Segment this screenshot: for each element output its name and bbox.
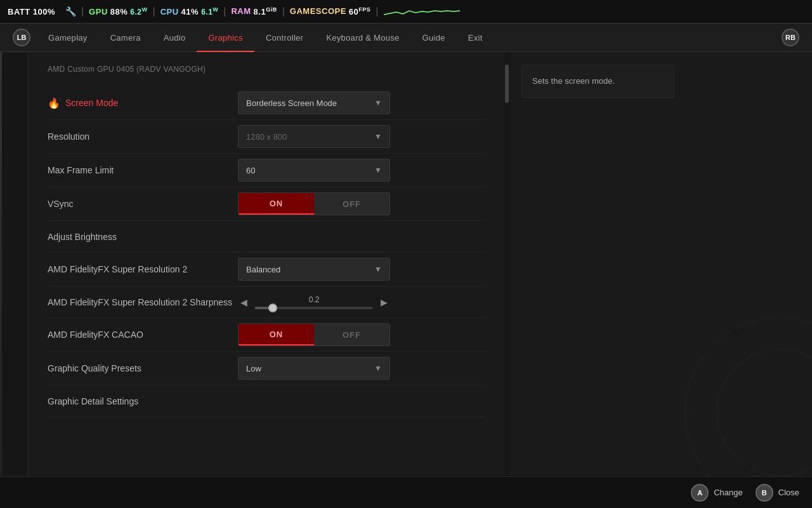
- setting-cacao: AMD FidelityFX CACAO ON OFF: [48, 318, 485, 352]
- cacao-on-button[interactable]: ON: [239, 324, 314, 345]
- divider-3: |: [153, 6, 155, 17]
- nav-gameplay[interactable]: Gameplay: [37, 23, 99, 52]
- fps-graph: [384, 6, 460, 17]
- ram-label: RAM: [231, 6, 251, 16]
- setting-fsr2-sharpness: AMD FidelityFX Super Resolution 2 Sharpn…: [48, 286, 485, 318]
- cacao-label: AMD FidelityFX CACAO: [48, 330, 238, 340]
- close-button[interactable]: B Close: [756, 484, 799, 502]
- vsync-on-button[interactable]: ON: [239, 193, 314, 215]
- fsr2-dropdown[interactable]: Balanced ▼: [238, 258, 390, 281]
- divider-5: |: [282, 6, 285, 17]
- nav-audio[interactable]: Audio: [152, 23, 197, 52]
- nav-bar: LB Gameplay Camera Audio Graphics Contro…: [0, 23, 812, 52]
- scroll-thumb[interactable]: [505, 65, 509, 103]
- close-label: Close: [778, 488, 799, 497]
- cpu-watts: 6.1W: [201, 6, 218, 17]
- nav-camera[interactable]: Camera: [99, 23, 152, 52]
- chevron-down-icon: ▼: [374, 98, 382, 107]
- divider-6: |: [376, 6, 378, 17]
- nav-graphics[interactable]: Graphics: [197, 23, 254, 52]
- gamescope-indicator: GAMESCOPE 60FPS: [290, 6, 371, 17]
- cpu-percent: 41%: [181, 7, 199, 17]
- chevron-down-icon: ▼: [374, 364, 382, 373]
- hud-bar: BATT 100% 🔧 | GPU 88% 6.2W | CPU 41% 6.1…: [0, 0, 812, 23]
- screen-mode-label: 🔥 Screen Mode: [48, 97, 238, 109]
- fsr2-label: AMD FidelityFX Super Resolution 2: [48, 264, 238, 274]
- nav-keyboard-mouse[interactable]: Keyboard & Mouse: [315, 23, 410, 52]
- setting-vsync: VSync ON OFF: [48, 187, 485, 221]
- info-box: Sets the screen mode.: [522, 65, 674, 98]
- info-text: Sets the screen mode.: [532, 76, 615, 86]
- wrench-icon: 🔧: [65, 6, 76, 17]
- slider-container: ◀ 0.2 ▶: [238, 295, 390, 310]
- setting-resolution: Resolution 812 x 508 ▼: [48, 120, 485, 154]
- fps-value: 60FPS: [349, 6, 370, 17]
- setting-screen-mode: 🔥 Screen Mode Borderless Screen Mode ▼: [48, 86, 485, 120]
- vsync-control: ON OFF: [238, 192, 485, 215]
- vsync-off-button[interactable]: OFF: [314, 193, 390, 215]
- setting-brightness: Adjust Brightness: [48, 221, 485, 253]
- slider-thumb[interactable]: [268, 304, 277, 312]
- resolution-label: Resolution: [48, 131, 238, 142]
- bottom-bar: A Change B Close: [0, 476, 812, 508]
- nav-items: Gameplay Camera Audio Graphics Controlle…: [37, 23, 782, 52]
- fsr2-control: Balanced ▼: [238, 258, 485, 281]
- nav-right-button[interactable]: RB: [782, 29, 799, 46]
- divider-4: |: [223, 6, 226, 17]
- b-button-icon: B: [756, 484, 773, 502]
- quality-presets-control: Low ▼: [238, 357, 485, 380]
- slider-value: 0.2: [255, 295, 373, 304]
- gpu-percent: 88%: [110, 7, 128, 17]
- gpu-label: AMD Custom GPU 0405 (RADV VANGOGH): [48, 65, 485, 74]
- chevron-down-icon: ▼: [374, 265, 382, 274]
- resolution-control: 812 x 508 ▼: [238, 125, 485, 148]
- main-content: AMD Custom GPU 0405 (RADV VANGOGH) 🔥 Scr…: [0, 52, 812, 476]
- max-frame-dropdown[interactable]: 60 ▼: [238, 159, 390, 182]
- gpu-indicator: GPU 88% 6.2W: [89, 6, 147, 17]
- cpu-indicator: CPU 41% 6.1W: [160, 6, 219, 17]
- ram-indicator: RAM 8.1GiB: [231, 6, 277, 17]
- resolution-dropdown: 812 x 508 ▼: [238, 125, 390, 148]
- fsr2-sharpness-label: AMD FidelityFX Super Resolution 2 Sharpn…: [48, 297, 238, 307]
- slider-inner: 0.2: [255, 295, 373, 309]
- setting-quality-presets: Graphic Quality Presets Low ▼: [48, 352, 485, 385]
- screen-mode-dropdown[interactable]: Borderless Screen Mode ▼: [238, 91, 390, 114]
- nav-exit[interactable]: Exit: [457, 23, 494, 52]
- nav-guide[interactable]: Guide: [411, 23, 457, 52]
- cacao-off-button[interactable]: OFF: [314, 324, 390, 345]
- max-frame-control: 60 ▼: [238, 159, 485, 182]
- change-label: Change: [714, 488, 743, 497]
- strip-accent: [0, 52, 2, 476]
- slider-track[interactable]: [255, 307, 373, 309]
- settings-panel: AMD Custom GPU 0405 (RADV VANGOGH) 🔥 Scr…: [29, 52, 504, 476]
- cpu-label: CPU: [160, 7, 179, 17]
- right-panel: Sets the screen mode.: [509, 52, 687, 476]
- a-button-icon: A: [691, 484, 709, 502]
- brightness-label: Adjust Brightness: [48, 232, 238, 242]
- max-frame-label: Max Frame Limit: [48, 165, 238, 175]
- cacao-toggle[interactable]: ON OFF: [238, 323, 390, 346]
- nav-controller[interactable]: Controller: [254, 23, 315, 52]
- vsync-toggle[interactable]: ON OFF: [238, 192, 390, 215]
- slider-left-arrow[interactable]: ◀: [238, 295, 250, 310]
- gpu-watts: 6.2W: [130, 6, 147, 17]
- nav-left-button[interactable]: LB: [13, 29, 30, 46]
- cacao-control: ON OFF: [238, 323, 485, 346]
- gpu-label: GPU: [89, 7, 108, 17]
- screen-mode-control: Borderless Screen Mode ▼: [238, 91, 485, 114]
- batt-label: BATT: [8, 7, 30, 17]
- quality-presets-dropdown[interactable]: Low ▼: [238, 357, 390, 380]
- fsr2-sharpness-control: ◀ 0.2 ▶: [238, 295, 485, 310]
- divider-2: |: [81, 6, 84, 17]
- vsync-label: VSync: [48, 199, 238, 209]
- chevron-down-icon: ▼: [374, 132, 382, 141]
- change-button[interactable]: A Change: [691, 484, 743, 502]
- scroll-strip[interactable]: [504, 52, 509, 476]
- slider-right-arrow[interactable]: ▶: [378, 295, 390, 310]
- batt-value: 100%: [33, 7, 55, 17]
- setting-detail-settings: Graphic Detail Settings: [48, 385, 485, 417]
- batt-indicator: BATT 100%: [8, 7, 55, 17]
- setting-fsr2: AMD FidelityFX Super Resolution 2 Balanc…: [48, 253, 485, 286]
- detail-settings-label: Graphic Detail Settings: [48, 396, 238, 406]
- quality-presets-label: Graphic Quality Presets: [48, 363, 238, 373]
